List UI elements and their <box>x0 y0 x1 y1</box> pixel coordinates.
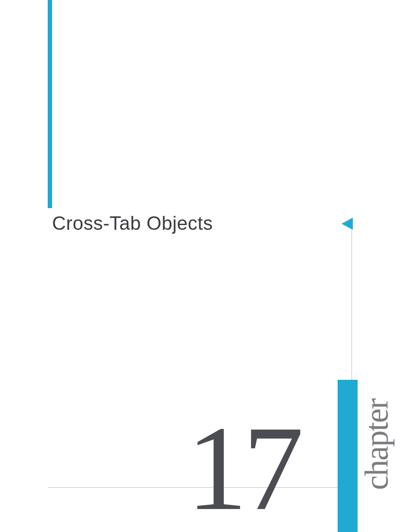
triangle-marker-icon <box>342 218 353 230</box>
bottom-accent-bar <box>338 380 358 532</box>
chapter-label: chapter <box>358 360 395 490</box>
top-accent-bar <box>48 0 52 208</box>
chapter-title: Cross-Tab Objects <box>52 212 213 234</box>
chapter-number: 17 <box>187 408 299 529</box>
